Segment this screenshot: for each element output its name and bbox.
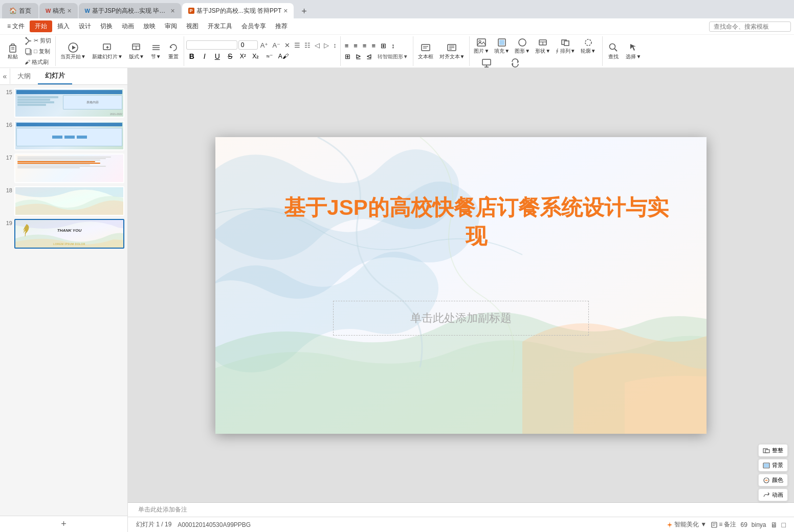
smart-beautify-button[interactable]: 智能美化 ▼: [666, 520, 707, 529]
close-icon[interactable]: ×: [67, 7, 71, 15]
reset-button[interactable]: 重置: [165, 41, 182, 61]
insert-image-button[interactable]: 图片▼: [472, 36, 491, 56]
align-right-button[interactable]: ≡: [361, 41, 369, 51]
strikethrough-button[interactable]: S: [225, 51, 236, 62]
font-name-input[interactable]: [186, 40, 237, 50]
find-button[interactable]: 查找: [605, 41, 622, 61]
text-effect-button[interactable]: ≈⁻: [263, 51, 276, 62]
close-icon-ppt[interactable]: ×: [283, 7, 288, 15]
note-area[interactable]: 单击此处添加备注: [128, 502, 794, 517]
list2-button[interactable]: ☷: [303, 41, 312, 50]
smart-art-button[interactable]: 转智能图形▼: [375, 52, 411, 61]
indent-dec-button[interactable]: ◁: [313, 41, 321, 50]
search-input[interactable]: [709, 21, 791, 32]
tab-wps[interactable]: W 稿壳 ×: [39, 3, 78, 18]
distribute-button[interactable]: ⊞: [379, 41, 388, 51]
superscript-button[interactable]: X²: [237, 51, 249, 62]
menu-member[interactable]: 会员专享: [237, 20, 270, 33]
bold-button[interactable]: B: [186, 51, 197, 62]
shape-button[interactable]: 图形▼: [513, 36, 532, 56]
indent-inc-button[interactable]: ▷: [322, 41, 330, 50]
menu-dev[interactable]: 开发工具: [204, 20, 236, 33]
copy-button[interactable]: □ 复制: [23, 47, 53, 57]
tab-slides[interactable]: 幻灯片: [38, 68, 72, 84]
menu-design[interactable]: 设计: [75, 20, 95, 33]
form-button[interactable]: 形状▼: [533, 36, 553, 56]
clear-format-button[interactable]: ✕: [283, 41, 292, 50]
arrange-button[interactable]: ∮ 排列▼: [554, 36, 578, 56]
font-increase-button[interactable]: A⁺: [259, 41, 270, 50]
svg-rect-48: [764, 463, 769, 468]
tab-ppt-active[interactable]: P 基于JSP的高校...实现 答辩PPT ×: [182, 3, 294, 18]
close-icon-doc1[interactable]: ×: [170, 7, 174, 15]
slide-item-16[interactable]: 16: [3, 121, 124, 150]
new-tab-button[interactable]: +: [297, 4, 311, 18]
font-size-input[interactable]: [238, 40, 258, 50]
menu-animation[interactable]: 动画: [118, 20, 138, 33]
slide-item-19[interactable]: 19: [3, 219, 124, 249]
align-center-button[interactable]: ≡: [351, 41, 360, 51]
outline-button[interactable]: 轮廓▼: [579, 36, 598, 56]
col-button[interactable]: ⊞: [343, 52, 352, 61]
indent-l-button[interactable]: ⊵: [354, 52, 363, 61]
italic-button[interactable]: I: [199, 51, 210, 62]
menu-file[interactable]: ≡ 文件: [3, 20, 29, 33]
present-tools-button[interactable]: 演示工具▼: [472, 57, 501, 68]
new-slide-button[interactable]: 新建幻灯片▼: [90, 41, 125, 61]
select-button[interactable]: 选择▼: [623, 41, 644, 61]
slide-main-title[interactable]: 基于JSP的高校快餐店订餐系统设计与实现: [277, 193, 676, 251]
arrange-panel-button[interactable]: 整整: [758, 444, 788, 457]
paste-button[interactable]: 粘贴: [4, 41, 21, 61]
list-button[interactable]: ☰: [293, 41, 302, 50]
play-current-button[interactable]: 当页开始▼: [58, 41, 89, 61]
menu-view[interactable]: 视图: [182, 20, 203, 33]
slide-thumb-15[interactable]: 表格内容 2021-2022: [14, 88, 124, 118]
cut-button[interactable]: ✂ 剪切: [23, 36, 53, 46]
menu-transition[interactable]: 切换: [96, 20, 117, 33]
panel-collapse-button[interactable]: «: [0, 69, 10, 84]
slide-item-15[interactable]: 15 表格内容 2021-2022: [3, 88, 124, 118]
slide-item-18[interactable]: 18: [3, 186, 124, 216]
slide-thumb-16[interactable]: [14, 121, 124, 150]
view-mode-button[interactable]: □: [782, 521, 786, 529]
font-color-button[interactable]: A🖌: [278, 51, 289, 62]
menu-slideshow[interactable]: 放映: [139, 20, 160, 33]
menu-insert[interactable]: 插入: [53, 20, 74, 33]
copy-label: □ 复制: [34, 48, 50, 55]
slide-thumb-18[interactable]: [14, 186, 124, 216]
add-slide-button[interactable]: +: [0, 516, 127, 532]
bg-panel-button[interactable]: 背景: [758, 459, 788, 472]
align-spacing-button[interactable]: ↕: [332, 41, 338, 50]
notes-toggle-button[interactable]: ≡ 备注: [711, 520, 736, 529]
underline-button[interactable]: U: [212, 51, 223, 62]
tab-outline[interactable]: 大纲: [10, 69, 38, 84]
replace-button[interactable]: ⟳ 替换▼: [502, 57, 527, 68]
menu-review[interactable]: 审阅: [161, 20, 181, 33]
align-left-button[interactable]: ≡: [343, 41, 351, 51]
slide-subtitle-box[interactable]: 单击此处添加副标题: [333, 301, 589, 336]
section-icon: [150, 42, 162, 53]
menu-recommend[interactable]: 推荐: [271, 20, 292, 33]
slide-item-17[interactable]: 17: [3, 153, 124, 183]
section-button[interactable]: 节▼: [148, 41, 164, 61]
subscript-button[interactable]: X₂: [250, 51, 261, 62]
svg-line-40: [615, 49, 617, 52]
align-text-button[interactable]: 文本框: [415, 41, 436, 61]
fill-button[interactable]: 填充▼: [492, 36, 512, 56]
layout-button[interactable]: 版式▼: [126, 41, 147, 61]
slide-thumb-17[interactable]: [14, 153, 124, 183]
line-spacing-button[interactable]: ↕: [389, 41, 397, 51]
format-brush-button[interactable]: 🖌 格式刷: [23, 57, 53, 67]
tab-home[interactable]: 🏠 首页: [2, 3, 38, 18]
font-decrease-button[interactable]: A⁻: [271, 41, 282, 50]
animation-panel-button[interactable]: 动画: [758, 489, 788, 501]
color-panel-button[interactable]: 颜色: [758, 474, 788, 486]
tab-doc1[interactable]: W 基于JSP的高校...实现 毕业论文 ×: [79, 3, 181, 18]
menu-start-btn[interactable]: 开始: [30, 20, 52, 32]
fullscreen-button[interactable]: 🖥: [770, 521, 778, 529]
slide-thumb-19[interactable]: THANK YOU LOREM IPSUM DOLOR: [14, 219, 124, 249]
align-text-dropdown[interactable]: 对齐文本▼: [437, 41, 468, 61]
indent-r-button[interactable]: ⊴: [364, 52, 374, 61]
arrange-icon: [560, 37, 570, 48]
justify-button[interactable]: ≡: [369, 41, 378, 51]
